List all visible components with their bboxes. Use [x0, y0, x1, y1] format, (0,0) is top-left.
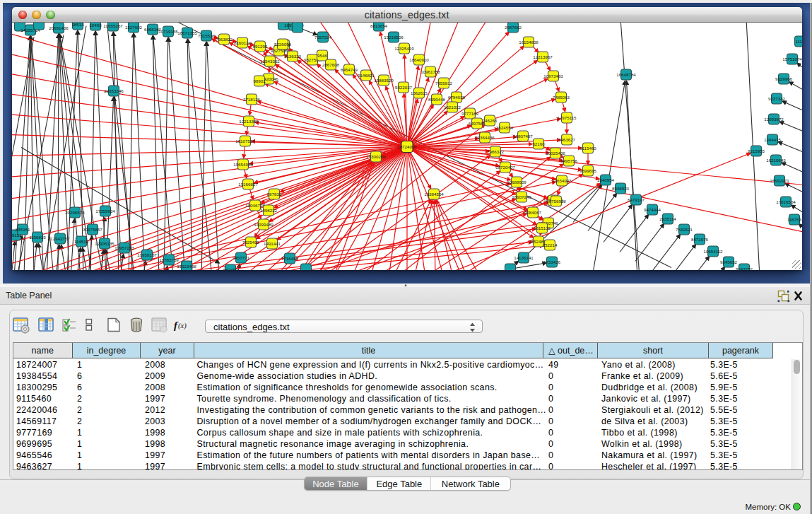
svg-text:1117: 1117: [796, 38, 802, 43]
svg-text:1640954: 1640954: [597, 177, 615, 182]
svg-text:16107554: 16107554: [235, 138, 255, 143]
svg-text:8938923: 8938923: [612, 185, 630, 190]
svg-text:5716485: 5716485: [281, 255, 299, 260]
svg-text:9474444: 9474444: [644, 206, 661, 211]
svg-text:10654112: 10654112: [703, 248, 723, 253]
svg-text:17957223: 17957223: [114, 245, 134, 250]
svg-text:9546: 9546: [317, 52, 327, 57]
svg-text:1498222: 1498222: [260, 207, 278, 212]
svg-text:20691406: 20691406: [49, 25, 69, 30]
svg-text:1156819: 1156819: [29, 234, 46, 239]
svg-text:9777169: 9777169: [461, 110, 479, 115]
svg-text:8471676: 8471676: [691, 236, 709, 241]
svg-text:746266: 746266: [483, 117, 498, 122]
svg-text:16543362: 16543362: [260, 58, 280, 63]
svg-text:7563822: 7563822: [216, 36, 233, 41]
svg-text:19166827: 19166827: [238, 181, 258, 186]
svg-text:10973493: 10973493: [543, 73, 563, 78]
svg-text:9463627: 9463627: [558, 136, 576, 141]
svg-text:1733426: 1733426: [543, 259, 561, 264]
svg-text:(x): (x): [178, 322, 187, 330]
svg-text:9084067: 9084067: [524, 209, 542, 214]
svg-text:10961758: 10961758: [420, 69, 440, 74]
svg-text:116753: 116753: [787, 216, 802, 221]
svg-text:16671355: 16671355: [177, 30, 197, 35]
svg-text:15751074: 15751074: [782, 56, 801, 61]
svg-text:18513: 18513: [71, 23, 84, 27]
svg-text:9146821: 9146821: [358, 72, 375, 77]
svg-text:10688609: 10688609: [507, 179, 526, 184]
svg-text:19756928: 19756928: [546, 198, 566, 203]
svg-text:7632621: 7632621: [676, 226, 693, 231]
svg-text:62160: 62160: [532, 141, 545, 146]
svg-text:1244415: 1244415: [764, 136, 782, 141]
svg-text:10025438: 10025438: [546, 150, 565, 155]
svg-text:8136323: 8136323: [284, 53, 302, 58]
svg-text:891295: 891295: [253, 43, 268, 48]
svg-text:30975867: 30975867: [83, 226, 102, 231]
svg-text:16210643: 16210643: [766, 157, 786, 162]
svg-text:2718126: 2718126: [243, 96, 261, 101]
svg-text:7986322: 7986322: [487, 148, 505, 153]
svg-text:9743252: 9743252: [736, 266, 753, 269]
svg-text:1527602: 1527602: [125, 24, 143, 29]
svg-text:9699695: 9699695: [579, 168, 597, 173]
svg-text:3624554: 3624554: [496, 124, 514, 129]
svg-text:19384554: 19384554: [424, 191, 444, 196]
svg-text:7515526: 7515526: [198, 33, 216, 37]
svg-text:12325419: 12325419: [394, 45, 414, 50]
svg-text:12093872: 12093872: [764, 116, 784, 121]
svg-text:252214: 252214: [543, 242, 558, 247]
svg-text:8813054: 8813054: [370, 23, 388, 28]
svg-text:10807487: 10807487: [513, 133, 533, 138]
svg-text:25300203: 25300203: [366, 153, 386, 158]
svg-text:16154808: 16154808: [519, 39, 539, 44]
svg-text:12975115: 12975115: [557, 115, 577, 119]
svg-text:2687682: 2687682: [505, 24, 522, 29]
svg-text:17359924: 17359924: [95, 208, 115, 213]
svg-text:18640910: 18640910: [409, 57, 429, 62]
svg-text:7955812: 7955812: [435, 80, 453, 85]
svg-text:12323468: 12323468: [177, 263, 196, 268]
svg-text:5322037: 5322037: [395, 84, 413, 89]
svg-text:114519: 114519: [74, 238, 89, 243]
svg-text:12213369: 12213369: [239, 118, 259, 123]
svg-text:16648784: 16648784: [616, 71, 636, 76]
svg-text:6479197: 6479197: [628, 197, 645, 201]
svg-text:18724007: 18724007: [397, 144, 417, 148]
svg-text:19218506: 19218506: [384, 34, 404, 39]
svg-text:5226058: 5226058: [274, 41, 292, 46]
svg-text:16782759: 16782759: [159, 257, 179, 262]
svg-text:9245652: 9245652: [720, 259, 738, 264]
svg-text:7357224: 7357224: [314, 34, 332, 39]
svg-text:10046728: 10046728: [245, 202, 265, 207]
svg-text:8990448: 8990448: [428, 96, 446, 101]
svg-text:835061: 835061: [16, 226, 30, 231]
svg-text:9329966: 9329966: [775, 76, 793, 81]
svg-text:8454749: 8454749: [341, 66, 358, 71]
svg-text:10958187: 10958187: [137, 252, 157, 257]
svg-text:14099489: 14099489: [254, 221, 273, 226]
svg-text:9115460: 9115460: [579, 145, 596, 150]
svg-text:20053346: 20053346: [104, 88, 124, 93]
svg-text:1615132: 1615132: [534, 225, 551, 230]
svg-text:1362615: 1362615: [411, 90, 428, 95]
svg-text:7485063: 7485063: [553, 94, 570, 99]
svg-text:9457771: 9457771: [233, 255, 250, 259]
svg-text:12905135: 12905135: [95, 240, 114, 245]
svg-text:8160124: 8160124: [234, 40, 252, 45]
svg-text:1491441: 1491441: [264, 240, 281, 245]
svg-text:8495756: 8495756: [560, 158, 578, 163]
svg-text:10655267: 10655267: [103, 23, 123, 28]
svg-text:8215955: 8215955: [748, 148, 765, 153]
svg-text:9227342: 9227342: [768, 95, 786, 100]
svg-text:20206576: 20206576: [65, 209, 85, 214]
svg-text:2867608: 2867608: [322, 62, 340, 66]
svg-text:98901: 98901: [253, 78, 266, 83]
svg-text:1621022: 1621022: [444, 104, 461, 109]
svg-text:982450: 982450: [223, 267, 238, 269]
svg-text:12942757: 12942757: [50, 235, 70, 240]
svg-text:6794028: 6794028: [448, 94, 466, 99]
svg-text:7625402: 7625402: [242, 239, 260, 244]
svg-text:14136141: 14136141: [514, 255, 534, 259]
